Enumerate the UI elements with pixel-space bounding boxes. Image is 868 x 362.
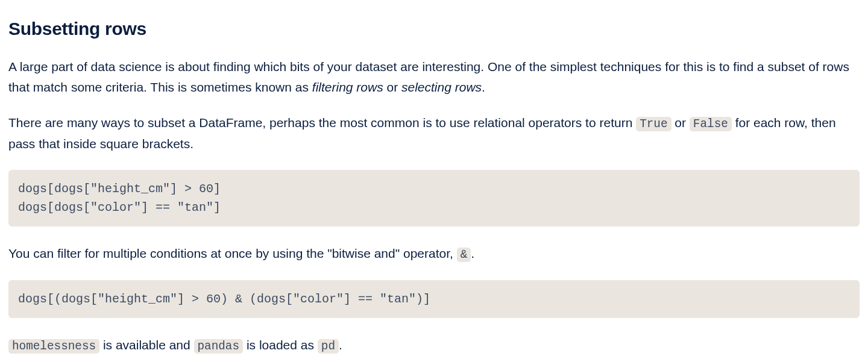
- paragraph-multiple-conditions: You can filter for multiple conditions a…: [8, 243, 860, 264]
- text: .: [339, 338, 342, 352]
- text: or: [383, 80, 401, 94]
- text: .: [471, 246, 474, 260]
- inline-code-homelessness: homelessness: [8, 339, 99, 354]
- text: There are many ways to subset a DataFram…: [8, 116, 636, 130]
- inline-code-pandas: pandas: [194, 339, 244, 354]
- text: or: [671, 116, 690, 130]
- emphasis-filtering: filtering rows: [312, 80, 383, 94]
- code-block-single-condition: dogs[dogs["height_cm"] > 60] dogs[dogs["…: [8, 170, 860, 226]
- inline-code-true: True: [636, 117, 671, 131]
- section-heading: Subsetting rows: [8, 14, 860, 43]
- inline-code-ampersand: &: [457, 248, 471, 262]
- text: is available and: [99, 338, 193, 352]
- paragraph-context: homelessness is available and pandas is …: [8, 335, 860, 356]
- text: is loaded as: [243, 338, 318, 352]
- text: You can filter for multiple conditions a…: [8, 246, 457, 260]
- code-block-multiple-conditions: dogs[(dogs["height_cm"] > 60) & (dogs["c…: [8, 280, 860, 318]
- inline-code-pd: pd: [318, 339, 339, 354]
- text: .: [482, 80, 485, 94]
- emphasis-selecting: selecting rows: [401, 80, 482, 94]
- paragraph-methods: There are many ways to subset a DataFram…: [8, 113, 860, 154]
- paragraph-intro: A large part of data science is about fi…: [8, 57, 860, 97]
- inline-code-false: False: [690, 117, 732, 131]
